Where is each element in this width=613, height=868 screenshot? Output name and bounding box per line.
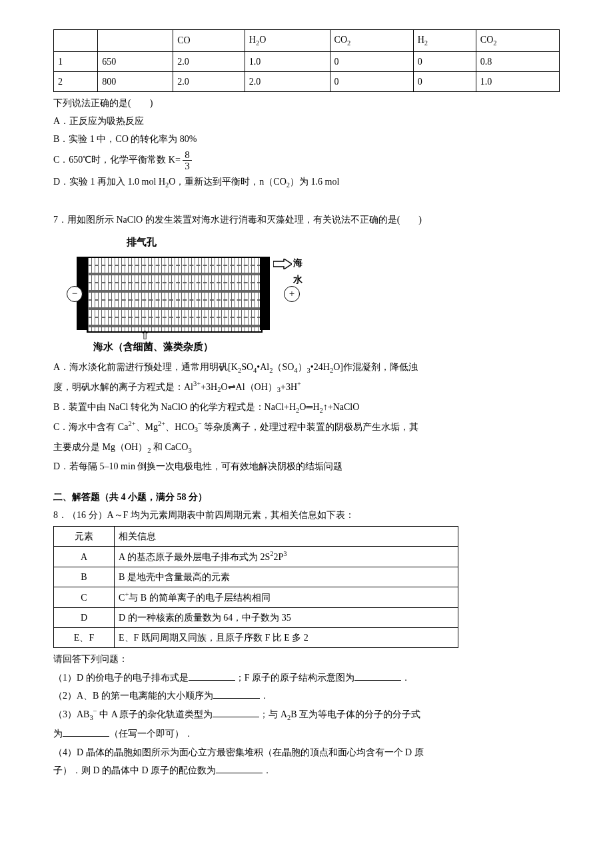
- q8-4b: 子）．则 D 的晶体中 D 原子的配位数为: [53, 765, 216, 775]
- arrow-right-icon: [273, 258, 292, 275]
- cell: E、F 既同周期又同族，且原子序数 F 比 E 多 2: [115, 628, 458, 648]
- fraction-numerator: 8: [183, 149, 192, 161]
- q8-3c: 为: [53, 729, 63, 739]
- fill-blank[interactable]: [63, 727, 109, 737]
- dot: ．: [263, 765, 272, 775]
- cell: 1.0: [476, 71, 559, 91]
- option-7b: B．装置中由 NaCl 转化为 NaClO 的化学方程式是：NaCl+H2O═H…: [53, 399, 560, 417]
- diagram-electrolysis: 排气孔 − + 海水 ⇧ 海水（含细菌、藻类杂质）: [73, 233, 560, 356]
- section-2-heading: 二、解答题（共 4 小题，满分 58 分）: [53, 489, 560, 505]
- cell: 元素: [54, 527, 115, 547]
- table-row: 2 800 2.0 2.0 0 0 1.0: [54, 71, 560, 91]
- fill-blank[interactable]: [216, 763, 263, 773]
- q8-sub4: （4）D 晶体的晶胞如图所示为面心立方最密集堆积（在晶胞的顶点和面心均含有一个 …: [53, 744, 560, 761]
- cell: B: [54, 567, 115, 587]
- vent-label: 排气孔: [127, 233, 560, 251]
- cell: 0.8: [476, 51, 559, 71]
- q8-lead: 请回答下列问题：: [53, 651, 560, 667]
- fill-blank[interactable]: [189, 671, 235, 681]
- fill-blank[interactable]: [213, 689, 260, 699]
- table-row: 元素 相关信息: [54, 527, 458, 547]
- seawater-in-label: 海水: [293, 255, 303, 288]
- cell: 650: [98, 51, 173, 71]
- cell: CO2: [476, 30, 559, 52]
- cell: 0: [413, 51, 476, 71]
- plus-terminal-icon: +: [284, 286, 300, 302]
- table-row: CO H2O CO2 H2 CO2: [54, 30, 560, 52]
- minus-terminal-icon: −: [67, 286, 83, 302]
- cell: 800: [98, 71, 173, 91]
- q8-1b: ；F 原子的原子结构示意图为: [235, 673, 354, 683]
- option-7a: A．海水淡化前需进行预处理，通常用明矾[K2SO4•Al2（SO4）3•24H2…: [53, 359, 560, 377]
- cell: A: [54, 547, 115, 567]
- question-8: 8．（16 分）A～F 均为元素周期表中前四周期元素，其相关信息如下表：: [53, 507, 560, 523]
- option-7c: C．海水中含有 Ca2+、Mg2+、HCO3− 等杂质离子，处理过程中装置的阴极…: [53, 418, 560, 437]
- fraction-denominator: 3: [183, 161, 192, 172]
- cell: E、F: [54, 628, 115, 648]
- q8-sub2: （2）A、B 的第一电离能的大小顺序为．: [53, 687, 560, 704]
- q8-sub3: （3）AB3− 中 A 原子的杂化轨道类型为；与 A2B 互为等电子体的分子的分…: [53, 705, 560, 724]
- table-row: 1 650 2.0 1.0 0 0 0.8: [54, 51, 560, 71]
- question-7: 7．用如图所示 NaClO 的发生装置对海水进行消毒和灭藻处理，有关说法不正确的…: [53, 211, 560, 228]
- cell: D 的一种核素的质量数为 64，中子数为 35: [115, 608, 458, 628]
- cell: CO: [173, 30, 245, 52]
- cell: D: [54, 608, 115, 628]
- q8-sub3-cont: 为（任写一个即可）．: [53, 725, 560, 742]
- cell: [98, 30, 173, 52]
- cell: C: [54, 587, 115, 608]
- option-a: A．正反应为吸热反应: [53, 113, 560, 129]
- question-stem: 下列说法正确的是( ): [53, 95, 560, 111]
- option-7c-cont: 主要成分是 Mg（OH）2 和 CaCO3: [53, 439, 560, 457]
- cell: 相关信息: [115, 527, 458, 547]
- cell: B 是地壳中含量最高的元素: [115, 567, 458, 587]
- cell: H2O: [245, 30, 330, 52]
- q8-3a-pre: （3）AB3− 中 A 原子的杂化轨道类型为: [53, 709, 213, 719]
- cell: 0: [330, 51, 413, 71]
- cell: 1.0: [245, 51, 330, 71]
- q8-1a: （1）D 的价电子的电子排布式是: [53, 673, 189, 683]
- cell: 2.0: [173, 71, 245, 91]
- cell: [54, 30, 98, 52]
- option-c-text: C．650℃时，化学平衡常数 K=: [53, 155, 181, 165]
- cell: 0: [330, 71, 413, 91]
- cell: H2: [413, 30, 476, 52]
- table-row: D D 的一种核素的质量数为 64，中子数为 35: [54, 608, 458, 628]
- seawater-out-label: 海水（含细菌、藻类杂质）: [93, 338, 560, 356]
- table-row: C C+与 B 的简单离子的电子层结构相同: [54, 587, 458, 608]
- cell: 2.0: [245, 71, 330, 91]
- data-table-1: CO H2O CO2 H2 CO2 1 650 2.0 1.0 0 0 0.8 …: [53, 29, 560, 92]
- option-b: B．实验 1 中，CO 的转化率为 80%: [53, 131, 560, 147]
- q8-2: （2）A、B 的第一电离能的大小顺序为: [53, 691, 213, 701]
- table-row: B B 是地壳中含量最高的元素: [54, 567, 458, 587]
- cell: CO2: [330, 30, 413, 52]
- dot: ．: [260, 691, 269, 701]
- q8-3b-pre: ；与 A2B 互为等电子体的分子的分子式: [259, 709, 420, 719]
- fraction: 8 3: [183, 149, 192, 172]
- cell: 2.0: [173, 51, 245, 71]
- fill-blank[interactable]: [354, 671, 401, 681]
- cell: A 的基态原子最外层电子排布式为 2S22P3: [115, 547, 458, 567]
- cell: 0: [413, 71, 476, 91]
- option-7d: D．若每隔 5–10 min 倒换一次电极电性，可有效地解决阴极的结垢问题: [53, 458, 560, 475]
- option-c: C．650℃时，化学平衡常数 K= 8 3: [53, 149, 560, 172]
- dot: ．: [401, 673, 410, 683]
- table-row: E、F E、F 既同周期又同族，且原子序数 F 比 E 多 2: [54, 628, 458, 648]
- arrow-up-icon: ⇧: [140, 325, 150, 346]
- fill-blank[interactable]: [213, 707, 259, 717]
- element-info-table: 元素 相关信息 A A 的基态原子最外层电子排布式为 2S22P3 B B 是地…: [53, 526, 458, 648]
- electrolysis-cell: [87, 257, 263, 333]
- cell: C+与 B 的简单离子的电子层结构相同: [115, 587, 458, 608]
- option-7a-cont: 度，明矾水解的离子方程式是：Al3++3H2O⇌Al（OH）3+3H+: [53, 378, 560, 397]
- cell: 1: [54, 51, 98, 71]
- table-row: A A 的基态原子最外层电子排布式为 2S22P3: [54, 547, 458, 567]
- q8-sub4-cont: 子）．则 D 的晶体中 D 原子的配位数为．: [53, 762, 560, 779]
- cell: 2: [54, 71, 98, 91]
- q8-sub1: （1）D 的价电子的电子排布式是；F 原子的原子结构示意图为．: [53, 669, 560, 686]
- option-d: D．实验 1 再加入 1.0 mol H2O，重新达到平衡时，n（CO2）为 1…: [53, 173, 560, 192]
- q8-3d: （任写一个即可）．: [109, 729, 193, 739]
